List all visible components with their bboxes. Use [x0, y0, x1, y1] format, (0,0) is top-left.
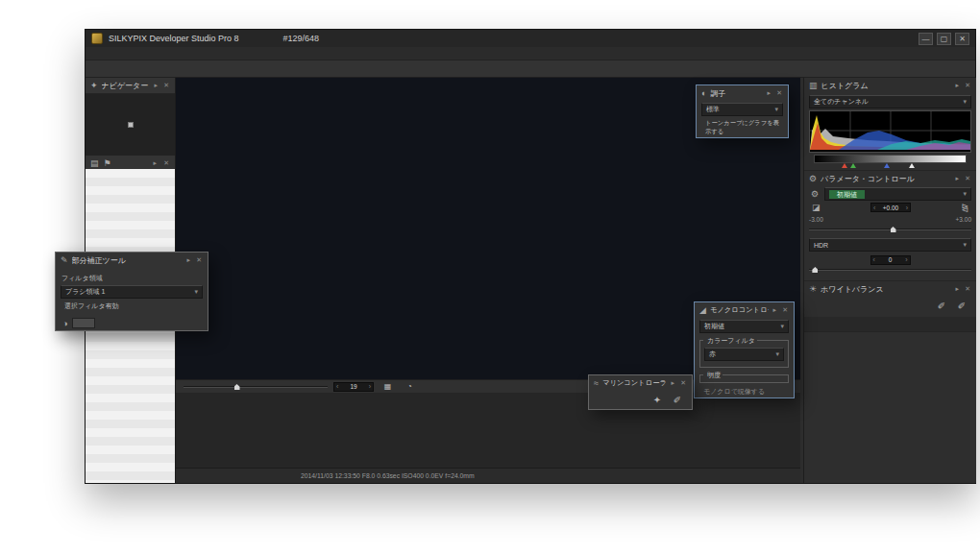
desktop: SILKYPIX Developer Studio Pro 8 #129/648… [0, 0, 980, 554]
exposure-slider[interactable]: -3.00+3.00 [804, 213, 976, 236]
mono-menu-icon[interactable]: ▸ [772, 306, 778, 314]
mono-header[interactable]: ◢ モノクロコントローラ ▸ ✕ [695, 302, 794, 318]
navigator-close-icon[interactable]: ✕ [162, 82, 170, 89]
highlight-marker-icon [909, 163, 915, 168]
develop-mono-checkbox[interactable]: モノクロで現像する [695, 386, 794, 397]
tag-icon[interactable]: ⚑ [104, 158, 111, 168]
partial-icon: ✎ [61, 255, 68, 265]
menu-bar [86, 47, 975, 60]
maximize-button[interactable]: ▢ [937, 33, 951, 45]
parameter-icon: ⚙ [809, 174, 817, 183]
histogram-menu-icon[interactable]: ▸ [955, 82, 961, 89]
color-swatch[interactable] [72, 318, 95, 328]
histogram-panel: ▥ ヒストグラム ▸ ✕ 全てのチャンネル▾ [804, 78, 976, 171]
histogram-header[interactable]: ▥ ヒストグラム ▸ ✕ [804, 78, 976, 93]
gradient-markers[interactable] [814, 163, 967, 170]
enable-filter-checkbox[interactable]: 選択フィルタ有効 [56, 301, 208, 312]
minimize-button[interactable]: — [919, 33, 933, 45]
parameter-control-title: パラメータ・コントロール [821, 174, 951, 184]
filmstrip [176, 393, 800, 468]
navigator-menu-icon[interactable]: ▸ [154, 82, 159, 89]
wb-menu-icon[interactable]: ▸ [955, 285, 961, 293]
zoom-slider[interactable] [184, 383, 328, 390]
properties-menu-icon[interactable]: ▸ [153, 159, 159, 167]
color-filter-checkbox[interactable]: カラーフィルタ [703, 336, 757, 346]
folder-icon[interactable]: ▤ [90, 158, 99, 168]
partial-close-icon[interactable]: ✕ [195, 256, 203, 264]
fit-view-icon[interactable]: ▦ [380, 380, 396, 393]
filter-color-select[interactable]: 赤▾ [704, 348, 784, 361]
filter-area-select[interactable]: ブラシ領域 1▾ [61, 285, 203, 299]
gear-icon[interactable]: ⚙ [809, 189, 821, 199]
histogram-close-icon[interactable]: ✕ [964, 82, 971, 89]
partial-menu-icon[interactable]: ▸ [186, 256, 192, 264]
tone-gradient-bar [814, 155, 967, 163]
marine-close-icon[interactable]: ✕ [679, 379, 687, 387]
parameter-control-header[interactable]: ⚙ パラメータ・コントロール ▸ ✕ [804, 171, 976, 186]
zoom-value[interactable]: ‹19› [333, 382, 374, 392]
brightness-checkbox[interactable]: 明度 [703, 371, 723, 380]
tone-menu-icon[interactable]: ▸ [767, 89, 772, 97]
white-balance-panel: ☀ ホワイトバランス ▸ ✕ ✐ ✐ [804, 281, 976, 332]
histogram-icon: ▥ [809, 81, 818, 90]
viewer-column: ‹19› ▦ ◔ 2014/11/03 12:33:50 F8.0 0.63se… [176, 78, 800, 483]
navigator-title: ナビゲーター [102, 81, 150, 91]
mono-icon: ◢ [699, 305, 706, 315]
partial-correction-panel: ✎ 部分補正ツール ▸ ✕ フィルタ領域 ブラシ領域 1▾ 選択フィルタ有効 ◑ [55, 252, 208, 331]
tone-preset-select[interactable]: 標準▾ [701, 103, 783, 116]
exposure-value[interactable]: ‹+0.00› [870, 203, 911, 212]
paint-color-icon[interactable]: ◑ [62, 319, 67, 328]
histogram-canvas [809, 110, 971, 153]
partial-title: 部分補正ツール [72, 255, 183, 266]
image-counter: #129/648 [283, 34, 320, 43]
channel-select[interactable]: 全てのチャンネル▾ [809, 95, 971, 108]
white-balance-header[interactable]: ☀ ホワイトバランス ▸ ✕ [804, 281, 976, 297]
partial-header[interactable]: ✎ 部分補正ツール ▸ ✕ [56, 253, 208, 268]
color-filter-group: カラーフィルタ 赤▾ [699, 340, 789, 368]
auto-exposure-icon[interactable]: ⧎ [961, 203, 968, 212]
marine-dropper-icon[interactable]: ✐ [670, 393, 685, 407]
marine-menu-icon[interactable]: ▸ [671, 379, 676, 387]
brightness-group: 明度 [699, 374, 789, 383]
wb-close-icon[interactable]: ✕ [964, 285, 971, 293]
tone-header[interactable]: ◐ 調子 ▸ ✕ [697, 85, 788, 101]
navigator-body [86, 94, 175, 156]
close-button[interactable]: ✕ [955, 33, 969, 45]
navigator-thumbnail[interactable] [129, 123, 133, 127]
histogram-title: ヒストグラム [821, 81, 951, 91]
green-marker-icon [850, 163, 856, 168]
tone-close-icon[interactable]: ✕ [775, 89, 783, 97]
hdr-slider[interactable]: ‹0› [804, 253, 976, 277]
develop-action-bar [804, 317, 976, 331]
white-balance-title: ホワイトバランス [821, 284, 951, 295]
exposure-icon[interactable]: ◪ [812, 203, 821, 212]
tone-icon: ◐ [701, 88, 706, 98]
parameter-menu-icon[interactable]: ▸ [955, 175, 961, 182]
title-bar[interactable]: SILKYPIX Developer Studio Pro 8 #129/648… [86, 30, 975, 47]
status-text: 2014/11/03 12:33:50 F8.0 0.63sec ISO400 … [301, 472, 475, 479]
status-bar: 2014/11/03 12:33:50 F8.0 0.63sec ISO400 … [176, 468, 800, 483]
parameter-close-icon[interactable]: ✕ [964, 175, 971, 182]
marine-auto-icon[interactable]: ✦ [649, 393, 665, 407]
mono-preset-select[interactable]: 初期値▾ [699, 320, 789, 333]
taste-select[interactable]: 初期値▾ [824, 187, 971, 201]
hdr-select[interactable]: HDR▾ [809, 238, 971, 252]
marine-header[interactable]: ≈ マリンコントローラ ▸ ✕ [589, 375, 692, 391]
monochrome-panel: ◢ モノクロコントローラ ▸ ✕ 初期値▾ カラーフィルタ 赤▾ 明度 モノクロ… [694, 301, 795, 398]
parameter-control-panel: ⚙ パラメータ・コントロール ▸ ✕ ⚙ 初期値▾ ◪ ‹+0.00› ⧎ -3… [804, 171, 976, 281]
rotate-view-icon[interactable]: ◔ [402, 380, 418, 393]
navigator-header[interactable]: ✦ ナビゲーター ▸ ✕ [86, 78, 175, 94]
gray-dropper-icon[interactable]: ✐ [934, 299, 949, 313]
window-title: SILKYPIX Developer Studio Pro 8 [109, 34, 239, 43]
skin-dropper-icon[interactable]: ✐ [954, 299, 969, 313]
tone-panel: ◐ 調子 ▸ ✕ 標準▾ トーンカーブにグラフを表示する [696, 84, 789, 138]
app-icon [91, 33, 103, 44]
mono-close-icon[interactable]: ✕ [781, 306, 789, 314]
shadow-marker-icon [842, 163, 847, 168]
properties-close-icon[interactable]: ✕ [162, 159, 170, 167]
fine-tool-row-2 [804, 278, 976, 280]
mid-marker-icon [884, 163, 890, 168]
tone-curve-checkbox[interactable]: トーンカーブにグラフを表示する [697, 118, 788, 137]
fish-icon: ≈ [594, 378, 599, 388]
marine-title: マリンコントローラ [602, 378, 667, 388]
